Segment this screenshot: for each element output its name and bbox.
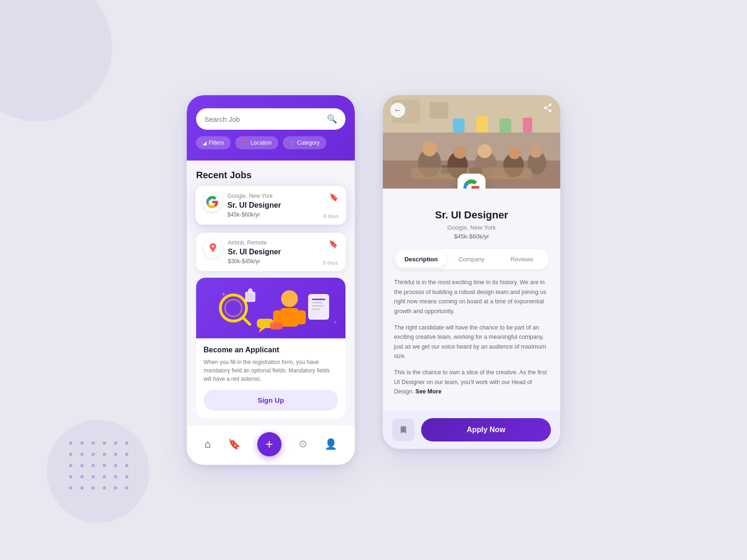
- salary-main: $45k-$60k/yr: [394, 233, 549, 240]
- filter-row: ◢ Filters 📍 Location ⋮ Category: [196, 136, 345, 149]
- salary-airbnb: $30k-$45k/yr: [228, 258, 323, 265]
- job-info-airbnb: Airbnb, Remote Sr. UI Designer $30k-$45k…: [228, 239, 323, 265]
- applicant-card: + + Become an Applicant When you fill in…: [196, 278, 345, 418]
- svg-rect-13: [312, 308, 320, 310]
- svg-rect-8: [297, 310, 306, 324]
- job-title-airbnb: Sr. UI Designer: [228, 248, 323, 256]
- job-title-main: Sr. UI Designer: [394, 209, 549, 221]
- job-title-google: Sr. UI Designer: [227, 201, 324, 210]
- dot-grid-decoration: [69, 441, 134, 495]
- svg-rect-10: [312, 299, 325, 300]
- svg-line-2: [243, 317, 250, 324]
- filters-button[interactable]: ◢ Filters: [196, 136, 231, 149]
- job-card-airbnb[interactable]: Airbnb, Remote Sr. UI Designer $30k-$45k…: [196, 233, 345, 271]
- phone1-header: 🔍 ◢ Filters 📍 Location ⋮ Category: [187, 95, 355, 161]
- nav-profile-icon[interactable]: 👤: [324, 438, 337, 450]
- company-sub: Google, New York: [394, 224, 549, 231]
- svg-rect-3: [245, 292, 255, 302]
- phone2-body: Sr. UI Designer Google, New York $45k-$6…: [383, 189, 560, 411]
- svg-point-4: [248, 288, 253, 293]
- svg-marker-15: [259, 328, 265, 333]
- nav-settings-icon[interactable]: ⚙: [298, 438, 308, 450]
- location-button[interactable]: 📍 Location: [235, 136, 278, 149]
- svg-point-1: [225, 300, 242, 316]
- svg-rect-9: [308, 294, 329, 320]
- search-bar[interactable]: 🔍: [196, 108, 345, 130]
- salary-google: $45k-$60k/yr: [227, 211, 324, 218]
- job-image: ←: [383, 95, 560, 189]
- days-ago-google: 8 days: [324, 213, 339, 219]
- see-more-link[interactable]: See More: [416, 388, 442, 395]
- nav-add-button[interactable]: +: [257, 432, 282, 456]
- job-card-google[interactable]: Google, New York Sr. UI Designer $45k-$6…: [195, 186, 346, 225]
- phones-container: 🔍 ◢ Filters 📍 Location ⋮ Category Recent…: [187, 95, 560, 465]
- applicant-title: Become an Applicant: [204, 346, 338, 354]
- search-input[interactable]: [204, 115, 322, 123]
- location-icon: 📍: [242, 140, 248, 146]
- applicant-desc: When you fill in the registration form, …: [204, 358, 338, 383]
- phone2: ← Sr. UI Designer Google, New York: [383, 95, 560, 449]
- tab-reviews[interactable]: Reviews: [497, 251, 547, 267]
- company-location-google: Google, New York: [227, 193, 324, 199]
- phone2-footer: Apply Now: [383, 411, 560, 449]
- svg-rect-12: [312, 305, 324, 307]
- google-logo: [203, 193, 222, 211]
- filter-icon: ◢: [203, 140, 206, 146]
- description-para-1: Thinkful is in the most exciting time in…: [394, 278, 549, 316]
- google-badge-logo: [463, 179, 480, 189]
- svg-rect-11: [312, 302, 322, 303]
- share-button[interactable]: [543, 103, 553, 115]
- signup-button[interactable]: Sign Up: [204, 390, 338, 411]
- search-icon: 🔍: [327, 114, 337, 124]
- svg-point-5: [281, 290, 298, 307]
- description-para-3: This is the chance to own a slice of the…: [394, 368, 549, 397]
- svg-rect-6: [280, 308, 299, 327]
- tabs: Description Company Reviews: [394, 249, 549, 269]
- job-info-google: Google, New York Sr. UI Designer $45k-$6…: [227, 193, 324, 218]
- apply-now-button[interactable]: Apply Now: [421, 418, 551, 441]
- phone1-body: Recent Jobs Google, New York Sr. UI Desi…: [187, 161, 355, 418]
- bookmark-icon-airbnb[interactable]: 🔖: [329, 239, 338, 248]
- company-location-airbnb: Airbnb, Remote: [228, 239, 323, 246]
- nav-home-icon[interactable]: ⌂: [204, 438, 211, 450]
- category-button[interactable]: ⋮ Category: [283, 136, 326, 149]
- bg-decoration-1: [0, 0, 112, 121]
- svg-rect-16: [270, 322, 283, 329]
- phone1: 🔍 ◢ Filters 📍 Location ⋮ Category Recent…: [187, 95, 355, 465]
- svg-text:+: +: [334, 319, 337, 326]
- company-badge: [458, 174, 486, 189]
- airbnb-logo: [204, 239, 222, 258]
- svg-text:+: +: [222, 290, 226, 298]
- back-button[interactable]: ←: [390, 103, 405, 118]
- bottom-nav: ⌂ 🔖 + ⚙ 👤: [187, 426, 355, 465]
- tab-description[interactable]: Description: [396, 251, 446, 267]
- category-icon: ⋮: [289, 140, 295, 146]
- tab-company[interactable]: Company: [446, 251, 497, 267]
- description-para-2: The right candidate will have the chance…: [394, 323, 549, 362]
- nav-bookmark-icon[interactable]: 🔖: [228, 438, 240, 450]
- airbnb-icon: [207, 242, 218, 256]
- save-job-button[interactable]: [392, 419, 415, 441]
- applicant-illustration: + +: [196, 278, 345, 338]
- applicant-content: Become an Applicant When you fill in the…: [196, 338, 345, 418]
- recent-jobs-title: Recent Jobs: [196, 170, 345, 181]
- illustration-svg: + +: [196, 278, 345, 338]
- bookmark-icon-google[interactable]: 🔖: [329, 193, 338, 202]
- days-ago-airbnb: 8 days: [323, 260, 338, 266]
